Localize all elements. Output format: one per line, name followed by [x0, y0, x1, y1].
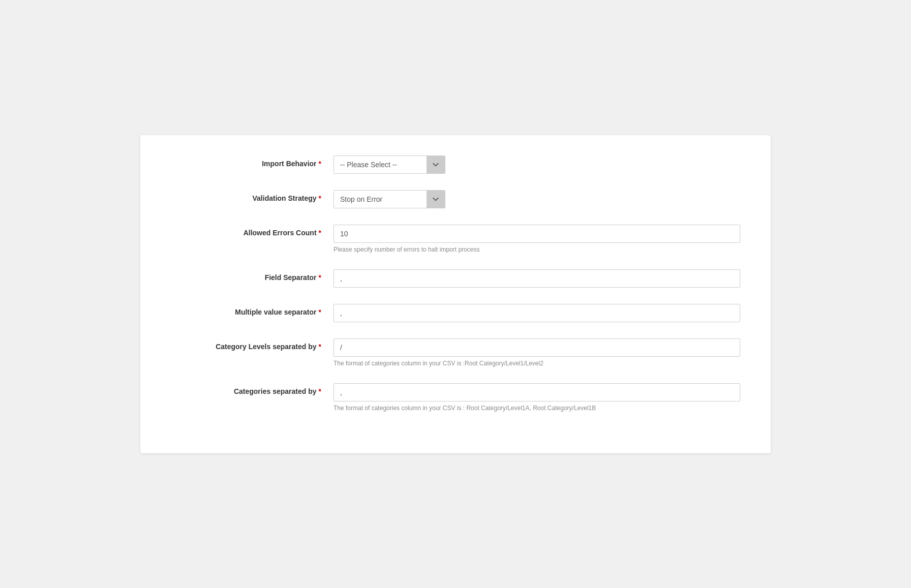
validation-strategy-select[interactable]: Stop on Error Skip Error Entries [334, 191, 427, 208]
import-behavior-dropdown-arrow[interactable] [427, 156, 445, 174]
category-levels-row: Category Levels separated by* The format… [171, 338, 740, 367]
category-levels-label: Category Levels separated by* [171, 338, 333, 351]
category-levels-hint: The format of categories column in your … [333, 360, 740, 367]
import-behavior-select-wrapper[interactable]: -- Please Select -- Add/Update Replace D… [333, 156, 445, 174]
field-separator-row: Field Separator* [171, 269, 740, 288]
categories-separated-by-input[interactable] [333, 383, 740, 401]
categories-separated-by-label: Categories separated by* [171, 383, 333, 395]
validation-strategy-dropdown-arrow[interactable] [427, 190, 445, 208]
allowed-errors-count-input[interactable] [333, 225, 740, 243]
allowed-errors-count-row: Allowed Errors Count* Please specify num… [171, 225, 740, 253]
field-separator-label: Field Separator* [171, 269, 333, 282]
allowed-errors-count-label: Allowed Errors Count* [171, 225, 333, 237]
field-separator-control [333, 269, 740, 288]
multiple-value-separator-input[interactable] [333, 304, 740, 322]
validation-strategy-select-wrapper[interactable]: Stop on Error Skip Error Entries [333, 190, 445, 208]
import-behavior-select[interactable]: -- Please Select -- Add/Update Replace D… [334, 156, 427, 173]
validation-strategy-label: Validation Strategy* [171, 190, 333, 202]
categories-separated-by-row: Categories separated by* The format of c… [171, 383, 740, 412]
field-separator-input[interactable] [333, 269, 740, 288]
import-behavior-label: Import Behavior* [171, 156, 333, 168]
categories-separated-by-control: The format of categories column in your … [333, 383, 740, 412]
validation-strategy-control: Stop on Error Skip Error Entries [333, 190, 740, 208]
category-levels-input[interactable] [333, 338, 740, 357]
import-behavior-row: Import Behavior* -- Please Select -- Add… [171, 156, 740, 174]
allowed-errors-count-control: Please specify number of errors to halt … [333, 225, 740, 253]
multiple-value-separator-control [333, 304, 740, 322]
category-levels-control: The format of categories column in your … [333, 338, 740, 367]
validation-strategy-row: Validation Strategy* Stop on Error Skip … [171, 190, 740, 208]
categories-separated-by-hint: The format of categories column in your … [333, 405, 740, 412]
multiple-value-separator-row: Multiple value separator* [171, 304, 740, 322]
import-behavior-control: -- Please Select -- Add/Update Replace D… [333, 156, 740, 174]
form-card: Import Behavior* -- Please Select -- Add… [140, 135, 771, 453]
allowed-errors-count-hint: Please specify number of errors to halt … [333, 246, 740, 253]
multiple-value-separator-label: Multiple value separator* [171, 304, 333, 316]
